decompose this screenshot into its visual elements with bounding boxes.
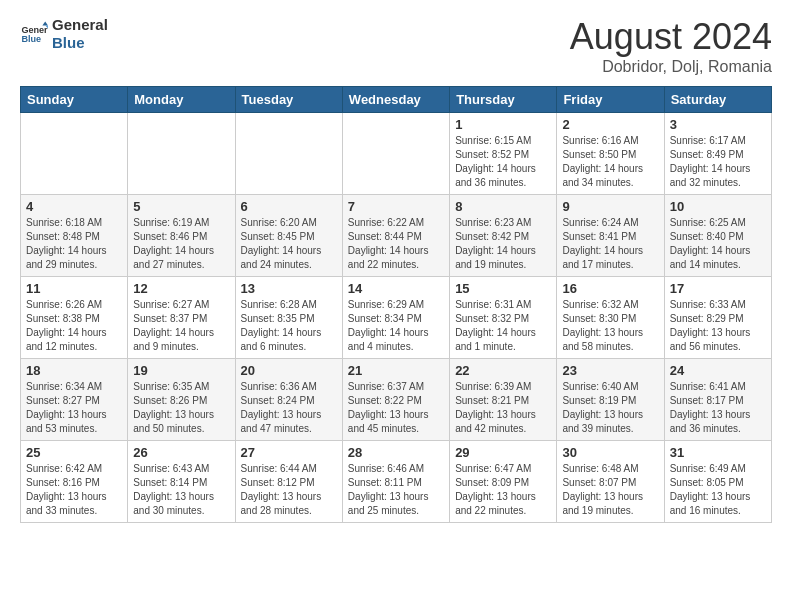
logo-line1: General <box>52 16 108 34</box>
day-info: Sunrise: 6:36 AMSunset: 8:24 PMDaylight:… <box>241 380 337 436</box>
day-cell: 29Sunrise: 6:47 AMSunset: 8:09 PMDayligh… <box>450 441 557 523</box>
day-cell: 18Sunrise: 6:34 AMSunset: 8:27 PMDayligh… <box>21 359 128 441</box>
day-cell: 3Sunrise: 6:17 AMSunset: 8:49 PMDaylight… <box>664 113 771 195</box>
day-info: Sunrise: 6:37 AMSunset: 8:22 PMDaylight:… <box>348 380 444 436</box>
svg-marker-2 <box>42 21 48 25</box>
col-header-friday: Friday <box>557 87 664 113</box>
day-number: 24 <box>670 363 766 378</box>
day-cell: 28Sunrise: 6:46 AMSunset: 8:11 PMDayligh… <box>342 441 449 523</box>
day-cell: 17Sunrise: 6:33 AMSunset: 8:29 PMDayligh… <box>664 277 771 359</box>
day-cell: 19Sunrise: 6:35 AMSunset: 8:26 PMDayligh… <box>128 359 235 441</box>
day-number: 8 <box>455 199 551 214</box>
day-cell: 4Sunrise: 6:18 AMSunset: 8:48 PMDaylight… <box>21 195 128 277</box>
logo-line2: Blue <box>52 34 108 52</box>
day-number: 9 <box>562 199 658 214</box>
day-info: Sunrise: 6:22 AMSunset: 8:44 PMDaylight:… <box>348 216 444 272</box>
day-number: 5 <box>133 199 229 214</box>
week-row-4: 18Sunrise: 6:34 AMSunset: 8:27 PMDayligh… <box>21 359 772 441</box>
day-cell: 8Sunrise: 6:23 AMSunset: 8:42 PMDaylight… <box>450 195 557 277</box>
day-cell: 30Sunrise: 6:48 AMSunset: 8:07 PMDayligh… <box>557 441 664 523</box>
day-info: Sunrise: 6:48 AMSunset: 8:07 PMDaylight:… <box>562 462 658 518</box>
day-number: 22 <box>455 363 551 378</box>
day-info: Sunrise: 6:44 AMSunset: 8:12 PMDaylight:… <box>241 462 337 518</box>
svg-text:Blue: Blue <box>21 34 41 44</box>
header: General Blue General Blue August 2024 Do… <box>20 16 772 76</box>
day-cell: 20Sunrise: 6:36 AMSunset: 8:24 PMDayligh… <box>235 359 342 441</box>
day-cell: 12Sunrise: 6:27 AMSunset: 8:37 PMDayligh… <box>128 277 235 359</box>
day-cell: 14Sunrise: 6:29 AMSunset: 8:34 PMDayligh… <box>342 277 449 359</box>
day-info: Sunrise: 6:49 AMSunset: 8:05 PMDaylight:… <box>670 462 766 518</box>
day-info: Sunrise: 6:46 AMSunset: 8:11 PMDaylight:… <box>348 462 444 518</box>
day-info: Sunrise: 6:17 AMSunset: 8:49 PMDaylight:… <box>670 134 766 190</box>
day-info: Sunrise: 6:41 AMSunset: 8:17 PMDaylight:… <box>670 380 766 436</box>
day-info: Sunrise: 6:43 AMSunset: 8:14 PMDaylight:… <box>133 462 229 518</box>
day-info: Sunrise: 6:33 AMSunset: 8:29 PMDaylight:… <box>670 298 766 354</box>
day-number: 20 <box>241 363 337 378</box>
svg-text:General: General <box>21 25 48 35</box>
day-info: Sunrise: 6:15 AMSunset: 8:52 PMDaylight:… <box>455 134 551 190</box>
day-cell: 1Sunrise: 6:15 AMSunset: 8:52 PMDaylight… <box>450 113 557 195</box>
day-cell <box>128 113 235 195</box>
day-number: 7 <box>348 199 444 214</box>
logo: General Blue General Blue <box>20 16 108 52</box>
day-number: 3 <box>670 117 766 132</box>
day-number: 18 <box>26 363 122 378</box>
day-cell <box>235 113 342 195</box>
day-cell: 11Sunrise: 6:26 AMSunset: 8:38 PMDayligh… <box>21 277 128 359</box>
day-cell: 27Sunrise: 6:44 AMSunset: 8:12 PMDayligh… <box>235 441 342 523</box>
week-row-5: 25Sunrise: 6:42 AMSunset: 8:16 PMDayligh… <box>21 441 772 523</box>
day-number: 31 <box>670 445 766 460</box>
col-header-saturday: Saturday <box>664 87 771 113</box>
page: General Blue General Blue August 2024 Do… <box>0 0 792 612</box>
day-info: Sunrise: 6:39 AMSunset: 8:21 PMDaylight:… <box>455 380 551 436</box>
day-number: 28 <box>348 445 444 460</box>
day-number: 30 <box>562 445 658 460</box>
day-cell: 13Sunrise: 6:28 AMSunset: 8:35 PMDayligh… <box>235 277 342 359</box>
day-number: 25 <box>26 445 122 460</box>
day-info: Sunrise: 6:18 AMSunset: 8:48 PMDaylight:… <box>26 216 122 272</box>
day-info: Sunrise: 6:29 AMSunset: 8:34 PMDaylight:… <box>348 298 444 354</box>
day-number: 4 <box>26 199 122 214</box>
col-header-monday: Monday <box>128 87 235 113</box>
day-cell: 15Sunrise: 6:31 AMSunset: 8:32 PMDayligh… <box>450 277 557 359</box>
day-number: 2 <box>562 117 658 132</box>
day-number: 10 <box>670 199 766 214</box>
day-info: Sunrise: 6:32 AMSunset: 8:30 PMDaylight:… <box>562 298 658 354</box>
day-cell: 31Sunrise: 6:49 AMSunset: 8:05 PMDayligh… <box>664 441 771 523</box>
day-number: 21 <box>348 363 444 378</box>
day-number: 15 <box>455 281 551 296</box>
day-number: 1 <box>455 117 551 132</box>
day-number: 14 <box>348 281 444 296</box>
day-cell: 25Sunrise: 6:42 AMSunset: 8:16 PMDayligh… <box>21 441 128 523</box>
day-cell: 23Sunrise: 6:40 AMSunset: 8:19 PMDayligh… <box>557 359 664 441</box>
day-number: 6 <box>241 199 337 214</box>
day-cell: 16Sunrise: 6:32 AMSunset: 8:30 PMDayligh… <box>557 277 664 359</box>
day-info: Sunrise: 6:23 AMSunset: 8:42 PMDaylight:… <box>455 216 551 272</box>
day-number: 13 <box>241 281 337 296</box>
day-info: Sunrise: 6:24 AMSunset: 8:41 PMDaylight:… <box>562 216 658 272</box>
day-cell: 22Sunrise: 6:39 AMSunset: 8:21 PMDayligh… <box>450 359 557 441</box>
col-header-tuesday: Tuesday <box>235 87 342 113</box>
day-cell: 7Sunrise: 6:22 AMSunset: 8:44 PMDaylight… <box>342 195 449 277</box>
day-number: 27 <box>241 445 337 460</box>
day-number: 19 <box>133 363 229 378</box>
day-cell: 10Sunrise: 6:25 AMSunset: 8:40 PMDayligh… <box>664 195 771 277</box>
day-number: 29 <box>455 445 551 460</box>
week-row-2: 4Sunrise: 6:18 AMSunset: 8:48 PMDaylight… <box>21 195 772 277</box>
day-info: Sunrise: 6:42 AMSunset: 8:16 PMDaylight:… <box>26 462 122 518</box>
day-info: Sunrise: 6:40 AMSunset: 8:19 PMDaylight:… <box>562 380 658 436</box>
title-block: August 2024 Dobridor, Dolj, Romania <box>570 16 772 76</box>
week-row-3: 11Sunrise: 6:26 AMSunset: 8:38 PMDayligh… <box>21 277 772 359</box>
calendar-header-row: SundayMondayTuesdayWednesdayThursdayFrid… <box>21 87 772 113</box>
day-info: Sunrise: 6:35 AMSunset: 8:26 PMDaylight:… <box>133 380 229 436</box>
day-info: Sunrise: 6:47 AMSunset: 8:09 PMDaylight:… <box>455 462 551 518</box>
day-number: 11 <box>26 281 122 296</box>
day-info: Sunrise: 6:26 AMSunset: 8:38 PMDaylight:… <box>26 298 122 354</box>
day-cell: 21Sunrise: 6:37 AMSunset: 8:22 PMDayligh… <box>342 359 449 441</box>
day-cell <box>342 113 449 195</box>
day-info: Sunrise: 6:16 AMSunset: 8:50 PMDaylight:… <box>562 134 658 190</box>
title-location: Dobridor, Dolj, Romania <box>570 58 772 76</box>
day-info: Sunrise: 6:25 AMSunset: 8:40 PMDaylight:… <box>670 216 766 272</box>
title-month: August 2024 <box>570 16 772 58</box>
day-cell: 26Sunrise: 6:43 AMSunset: 8:14 PMDayligh… <box>128 441 235 523</box>
